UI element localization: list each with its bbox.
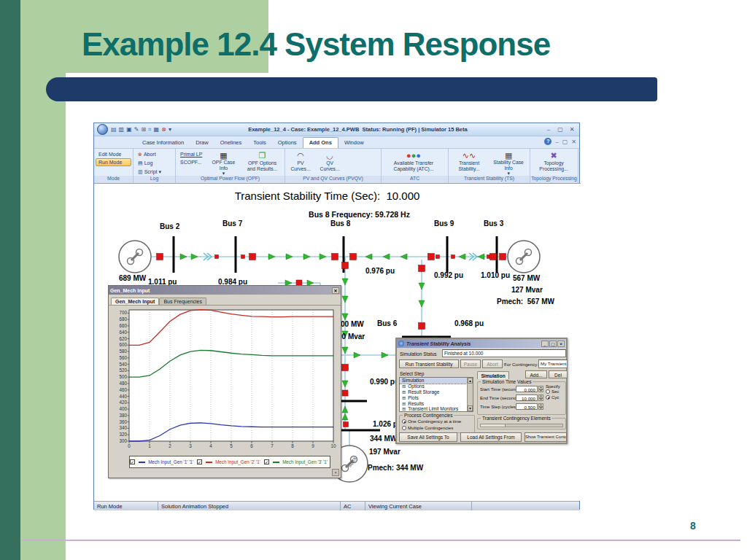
spinner-down-icon[interactable]: ▼ xyxy=(538,407,543,411)
radio-option-sec[interactable]: Sec xyxy=(546,389,566,394)
radio-icon[interactable] xyxy=(402,426,406,430)
case-info-icon[interactable]: ▦ xyxy=(154,126,160,133)
breaker-square[interactable] xyxy=(344,422,349,427)
bottom-button-save-all-settings-to[interactable]: Save All Settings To xyxy=(399,432,457,442)
legend-checkbox[interactable]: ✓ xyxy=(197,459,202,464)
tab-simulation[interactable]: Simulation xyxy=(477,371,509,379)
spinner-down-icon[interactable]: ▼ xyxy=(538,389,543,393)
plot-scroll-button[interactable]: ▪ xyxy=(332,469,339,476)
expand-icon[interactable]: ⊞ xyxy=(402,384,406,389)
breaker-square[interactable] xyxy=(249,254,256,260)
restore-icon[interactable]: ▢ xyxy=(549,341,557,347)
dialog-titlebar[interactable]: Transient Stability Analysis _ ▢ ✕ xyxy=(397,339,566,348)
breaker-square[interactable] xyxy=(332,254,338,260)
bottom-button-show-transient-contour-tool[interactable]: Show Transient Contour Tool xyxy=(525,432,567,442)
breaker-square[interactable] xyxy=(428,254,435,260)
breaker-square[interactable] xyxy=(342,365,349,371)
plot-tab-gen-mech-input[interactable]: Gen_Mech Input xyxy=(111,298,159,305)
close-icon[interactable]: ✕ xyxy=(568,126,576,133)
tree-item-transient-limit-monitors[interactable]: ⊞ Transient Limit Monitors xyxy=(400,406,473,412)
breaker-square[interactable] xyxy=(342,262,349,269)
close-icon[interactable]: ✕ xyxy=(332,287,339,294)
delete-button[interactable]: Del xyxy=(549,370,568,378)
scopf-button[interactable]: SCOPF... xyxy=(177,158,205,166)
radio-icon[interactable] xyxy=(546,389,550,394)
run-mode-icon[interactable]: ⊞ xyxy=(141,126,146,133)
qv-curves-button[interactable]: ◡QV Curves... xyxy=(316,150,344,176)
plot-tab-bus-frequencies[interactable]: Bus Frequencies xyxy=(159,298,206,305)
tab-add-ons[interactable]: Add Ons xyxy=(303,137,338,148)
edit-mode-icon[interactable]: ✎ xyxy=(134,126,139,133)
radio-option-multiple-contingencies[interactable]: Multiple Contingencies xyxy=(400,424,474,431)
radio-icon[interactable] xyxy=(546,395,550,400)
breaker-square[interactable] xyxy=(419,265,425,272)
expand-icon[interactable]: ⊞ xyxy=(402,389,406,394)
tab-draw[interactable]: Draw xyxy=(190,138,214,148)
time-value-input[interactable]: 10.000 xyxy=(516,394,538,401)
breaker-square[interactable] xyxy=(419,323,425,330)
restore-icon[interactable]: ▢ xyxy=(556,126,565,133)
primal-lp-button[interactable]: Primal LP xyxy=(177,150,205,158)
app-titlebar[interactable]: ▤▥▣✎⊞⌗▦⊗▾ Example_12_4 - Case: Example_1… xyxy=(94,123,579,136)
plot-window-titlebar[interactable]: Gen_Mech Input ✕ xyxy=(109,286,341,295)
tab-tools[interactable]: Tools xyxy=(247,138,272,148)
tab-window[interactable]: Window xyxy=(338,138,370,148)
transient-stability-dialog[interactable]: Transient Stability Analysis _ ▢ ✕ Simul… xyxy=(395,338,568,444)
radio-option-cyc[interactable]: Cyc xyxy=(546,394,566,400)
legend-checkbox[interactable]: ✓ xyxy=(130,459,135,464)
transient-stability-button[interactable]: ∿∿Transient Stability... xyxy=(450,150,488,176)
opf-case-info-button[interactable]: ▦OPF Case Info▾ xyxy=(206,150,240,176)
breaker-square[interactable] xyxy=(490,254,497,260)
list-scrollbar[interactable]: ▲ ▼ xyxy=(467,378,473,411)
scroll-up-icon[interactable]: ▲ xyxy=(468,378,473,384)
atc-button[interactable]: ●●●Available Transfer Capability (ATC)..… xyxy=(383,150,444,176)
close-icon[interactable]: ✕ xyxy=(557,341,565,347)
breaker-square[interactable] xyxy=(342,390,348,396)
breaker-square[interactable] xyxy=(350,254,357,260)
scroll-down-icon[interactable]: ▼ xyxy=(468,405,473,411)
breaker-square[interactable] xyxy=(436,255,440,259)
radio-icon[interactable] xyxy=(402,419,406,424)
log-button[interactable]: ▤Log xyxy=(135,159,174,168)
add-button[interactable]: Add... xyxy=(525,370,547,378)
radio-option-one-contingency-at-a-time[interactable]: One Contingency at a time xyxy=(400,418,474,424)
close-icon[interactable]: ✕ xyxy=(571,139,576,145)
breaker-square[interactable] xyxy=(215,255,219,259)
time-value-input[interactable]: 0.000 xyxy=(516,386,538,392)
topology-processing-button[interactable]: ✖Topology Processing... xyxy=(532,150,576,176)
breaker-square[interactable] xyxy=(452,255,455,259)
abort-button[interactable]: ⊗Abort xyxy=(135,150,174,159)
horizontal-scrollbar[interactable] xyxy=(480,424,563,427)
minimize-icon[interactable]: – xyxy=(555,139,558,145)
bottom-button-load-all-settings-from[interactable]: Load All Settings From xyxy=(460,432,522,442)
contingency-select[interactable]: My Transient Con xyxy=(538,359,568,368)
breaker-square[interactable] xyxy=(157,254,163,260)
time-value-input[interactable]: 0.500 xyxy=(516,403,538,410)
app-menu-button[interactable] xyxy=(97,124,108,135)
oneline-icon[interactable]: ⌗ xyxy=(148,126,152,133)
tab-options[interactable]: Options xyxy=(272,138,303,148)
tree-item-simulation[interactable]: Simulation xyxy=(400,378,473,384)
expand-icon[interactable]: ⊞ xyxy=(402,401,406,406)
restore-icon[interactable]: ▢ xyxy=(562,139,568,145)
tree-item-options[interactable]: ⊞ Options xyxy=(400,384,473,389)
edit-mode-button[interactable]: Edit Mode xyxy=(96,150,131,158)
save-case-icon[interactable]: ▣ xyxy=(126,126,132,133)
tree-item-plots[interactable]: ⊞ Plots xyxy=(400,395,473,401)
minimize-icon[interactable]: _ xyxy=(541,341,549,347)
pause-button[interactable]: Pause xyxy=(460,359,481,368)
opf-options-results-button[interactable]: ❐OPF Options and Results... xyxy=(242,150,283,176)
legend-checkbox[interactable]: ✓ xyxy=(264,459,269,464)
spinner-down-icon[interactable]: ▼ xyxy=(538,398,543,402)
expand-icon[interactable]: ⊞ xyxy=(402,406,406,411)
stability-case-info-button[interactable]: ▦Stability Case Info▾ xyxy=(489,150,527,176)
abort-icon[interactable]: ⊗ xyxy=(161,126,166,133)
expand-icon[interactable]: ⊞ xyxy=(402,395,406,400)
abort-button[interactable]: Abort xyxy=(482,359,503,368)
tab-case-information[interactable]: Case Information xyxy=(136,138,190,148)
new-case-icon[interactable]: ▤ xyxy=(111,126,117,133)
pv-curves-button[interactable]: ◠PV Curves... xyxy=(287,150,314,176)
minimize-icon[interactable]: – xyxy=(544,126,553,133)
tree-item-result-storage[interactable]: ⊞ Result Storage xyxy=(400,389,473,395)
run-mode-button[interactable]: Run Mode xyxy=(96,158,131,166)
